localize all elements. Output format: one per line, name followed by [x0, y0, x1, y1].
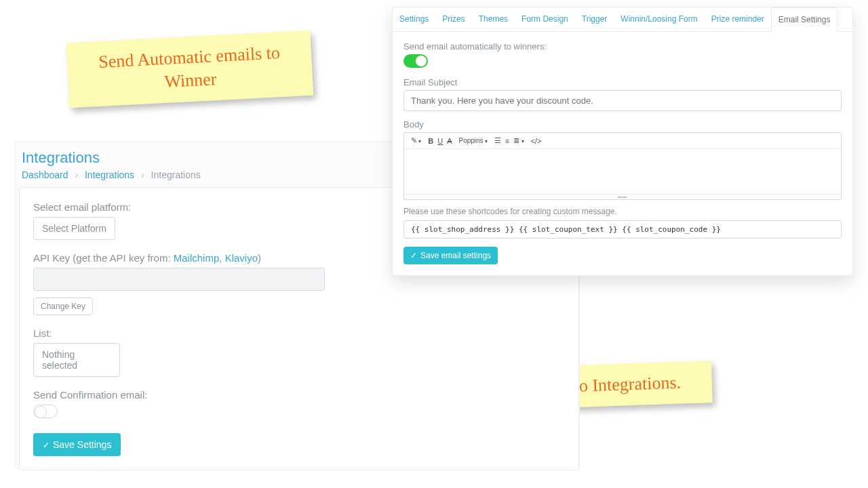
font-family-dropdown[interactable]: Poppins — [458, 137, 487, 144]
magic-icon[interactable]: ✎ — [411, 136, 421, 145]
email-body-label: Body — [403, 119, 842, 129]
ordered-list-button[interactable]: ≡ — [505, 137, 509, 145]
sticky-note-winner: Send Automatic emails to Winner — [66, 30, 314, 108]
editor-toolbar: ✎ B U A Poppins ☰ ≡ ≣ </> — [404, 133, 841, 149]
breadcrumb-dashboard[interactable]: Dashboard — [22, 169, 68, 180]
tab-winning-losing[interactable]: Winnin/Loosing Form — [614, 7, 704, 31]
editor-textarea[interactable] — [404, 149, 841, 194]
code-view-button[interactable]: </> — [531, 137, 542, 145]
tab-trigger[interactable]: Trigger — [575, 7, 614, 31]
chevron-right-icon: › — [141, 169, 144, 180]
chevron-right-icon: › — [75, 169, 78, 180]
change-key-button[interactable]: Change Key — [33, 298, 93, 315]
underline-button[interactable]: U — [437, 137, 443, 145]
list-label: List: — [33, 327, 565, 339]
unordered-list-button[interactable]: ☰ — [494, 136, 501, 145]
rich-text-editor: ✎ B U A Poppins ☰ ≡ ≣ </> — [403, 132, 842, 200]
tabs: Settings Prizes Themes Form Design Trigg… — [393, 7, 852, 32]
klaviyo-link[interactable]: Klaviyo — [225, 252, 258, 264]
auto-email-toggle[interactable] — [403, 54, 428, 68]
tab-prize-reminder[interactable]: Prize reminder — [705, 7, 771, 31]
email-settings-panel: Settings Prizes Themes Form Design Trigg… — [392, 7, 853, 276]
tab-email-settings[interactable]: Email Settings — [771, 7, 838, 32]
clear-format-button[interactable]: A — [447, 137, 452, 145]
email-subject-label: Email Subject — [403, 77, 842, 87]
align-button[interactable]: ≣ — [513, 136, 524, 145]
email-subject-input[interactable] — [403, 90, 842, 111]
save-email-settings-button[interactable]: Save email settings — [403, 247, 498, 264]
check-icon — [410, 251, 417, 260]
select-platform-dropdown[interactable]: Select Platform — [33, 217, 115, 240]
editor-resize-handle[interactable]: ▬▬ — [404, 194, 841, 199]
confirmation-email-label: Send Confirmation email: — [33, 389, 565, 401]
confirmation-email-toggle[interactable] — [33, 405, 58, 418]
list-dropdown[interactable]: Nothing selected — [33, 343, 120, 377]
bold-button[interactable]: B — [428, 137, 433, 145]
save-settings-button[interactable]: Save Settings — [33, 433, 121, 456]
check-icon — [43, 439, 50, 450]
breadcrumb-integrations-link[interactable]: Integrations — [85, 169, 134, 180]
mailchimp-link[interactable]: Mailchimp — [174, 252, 220, 264]
tab-settings[interactable]: Settings — [393, 7, 435, 31]
tab-form-design[interactable]: Form Design — [515, 7, 575, 31]
api-key-input[interactable] — [33, 268, 325, 291]
tab-themes[interactable]: Themes — [472, 7, 515, 31]
breadcrumb-current: Integrations — [151, 169, 201, 180]
auto-email-label: Send email automatically to winners: — [403, 41, 842, 52]
shortcodes-box: {{ slot_shop_address }} {{ slot_coupon_t… — [403, 220, 842, 239]
tab-prizes[interactable]: Prizes — [435, 7, 471, 31]
shortcodes-hint: Please use these shortcodes for creating… — [403, 207, 842, 216]
